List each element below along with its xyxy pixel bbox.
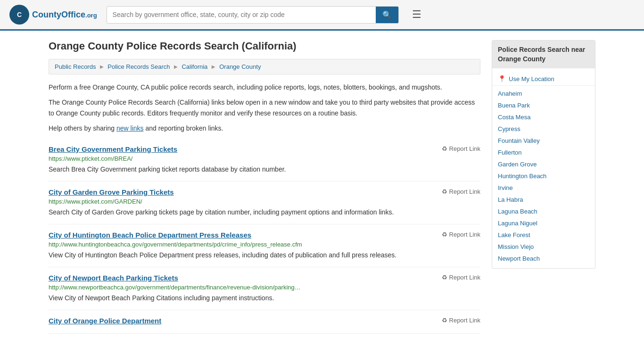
report-icon: ♻ [442, 145, 447, 152]
sidebar: Police Records Search near Orange County… [492, 40, 595, 334]
sidebar-item-huntington-beach[interactable]: Huntington Beach [492, 170, 595, 182]
location-pin-icon: 📍 [498, 75, 506, 82]
sidebar-item-buena-park[interactable]: Buena Park [492, 99, 595, 111]
result-title-garden-grove[interactable]: City of Garden Grove Parking Tickets [49, 188, 174, 196]
report-link-brea[interactable]: ♻ Report Link [442, 145, 480, 152]
report-icon: ♻ [442, 188, 447, 195]
sidebar-item-laguna-niguel[interactable]: Laguna Niguel [492, 217, 595, 229]
sidebar-item-costa-mesa[interactable]: Costa Mesa [492, 111, 595, 123]
report-link-orange-police[interactable]: ♻ Report Link [442, 317, 480, 324]
sidebar-item-fullerton[interactable]: Fullerton [492, 147, 595, 158]
svg-text:C: C [17, 11, 22, 18]
logo-text: CountyOffice.org [32, 10, 97, 20]
result-url-newport-beach: http://www.newportbeachca.gov/government… [49, 284, 480, 291]
result-url-brea: https://www.pticket.com/BREA/ [49, 155, 480, 162]
report-link-newport-beach[interactable]: ♻ Report Link [442, 274, 480, 281]
page-title: Orange County Police Records Search (Cal… [49, 40, 480, 52]
result-url-huntington-beach: http://www.huntingtonbeachca.gov/governm… [49, 241, 480, 248]
report-link-huntington-beach[interactable]: ♻ Report Link [442, 231, 480, 238]
sidebar-item-la-habra[interactable]: La Habra [492, 194, 595, 206]
logo[interactable]: C CountyOffice.org [9, 5, 97, 25]
result-desc-brea: Search Brea City Government parking tick… [49, 165, 480, 174]
result-item: City of Huntington Beach Police Departme… [49, 224, 480, 267]
description-3: Help others by sharing new links and rep… [49, 123, 480, 133]
result-url-garden-grove: https://www.pticket.com/GARDEN/ [49, 198, 480, 205]
report-icon: ♻ [442, 274, 447, 281]
sidebar-city-list: 📍 Use My Location Anaheim Buena Park Cos… [492, 68, 595, 268]
description-1: Perform a free Orange County, CA public … [49, 82, 480, 92]
sidebar-item-cypress[interactable]: Cypress [492, 123, 595, 135]
breadcrumb-california[interactable]: California [182, 63, 207, 70]
sidebar-item-fountain-valley[interactable]: Fountain Valley [492, 135, 595, 147]
hamburger-icon: ☰ [412, 8, 421, 20]
result-desc-newport-beach: View City of Newport Beach Parking Citat… [49, 293, 480, 303]
menu-button[interactable]: ☰ [408, 7, 425, 23]
result-item: City of Garden Grove Parking Tickets ♻ R… [49, 181, 480, 224]
description-2: The Orange County Police Records Search … [49, 97, 480, 118]
result-title-huntington-beach[interactable]: City of Huntington Beach Police Departme… [49, 231, 251, 239]
result-item: Brea City Government Parking Tickets ♻ R… [49, 139, 480, 181]
breadcrumb-public-records[interactable]: Public Records [55, 63, 96, 70]
sidebar-item-lake-forest[interactable]: Lake Forest [492, 229, 595, 241]
result-title-brea[interactable]: Brea City Government Parking Tickets [49, 145, 177, 153]
report-link-garden-grove[interactable]: ♻ Report Link [442, 188, 480, 195]
result-desc-huntington-beach: View City of Huntington Beach Police Dep… [49, 250, 480, 260]
search-button[interactable]: 🔍 [376, 7, 398, 23]
search-bar: 🔍 [107, 6, 399, 24]
logo-icon: C [9, 5, 29, 25]
sidebar-item-irvine[interactable]: Irvine [492, 182, 595, 194]
content-area: Orange County Police Records Search (Cal… [49, 40, 480, 334]
sidebar-item-laguna-beach[interactable]: Laguna Beach [492, 206, 595, 217]
sidebar-item-garden-grove[interactable]: Garden Grove [492, 158, 595, 170]
sidebar-item-anaheim[interactable]: Anaheim [492, 88, 595, 99]
search-input[interactable] [107, 7, 376, 22]
sidebar-title: Police Records Search near Orange County [492, 41, 595, 68]
report-icon: ♻ [442, 317, 447, 324]
result-item: City of Newport Beach Parking Tickets ♻ … [49, 267, 480, 310]
new-links-link[interactable]: new links [116, 124, 144, 132]
results-list: Brea City Government Parking Tickets ♻ R… [49, 139, 480, 334]
breadcrumb-orange-county[interactable]: Orange County [219, 63, 261, 70]
sidebar-box: Police Records Search near Orange County… [492, 40, 595, 269]
sidebar-use-location[interactable]: 📍 Use My Location [492, 72, 595, 86]
report-icon: ♻ [442, 231, 447, 238]
result-title-orange-police[interactable]: City of Orange Police Department [49, 317, 161, 325]
breadcrumb-police-records-search[interactable]: Police Records Search [107, 63, 170, 70]
result-title-newport-beach[interactable]: City of Newport Beach Parking Tickets [49, 274, 178, 282]
sidebar-item-mission-viejo[interactable]: Mission Viejo [492, 241, 595, 253]
result-desc-garden-grove: Search City of Garden Grove parking tick… [49, 207, 480, 217]
breadcrumb: Public Records ► Police Records Search ►… [49, 59, 480, 74]
sidebar-item-newport-beach[interactable]: Newport Beach [492, 253, 595, 264]
search-icon: 🔍 [382, 11, 392, 19]
result-item: City of Orange Police Department ♻ Repor… [49, 310, 480, 334]
